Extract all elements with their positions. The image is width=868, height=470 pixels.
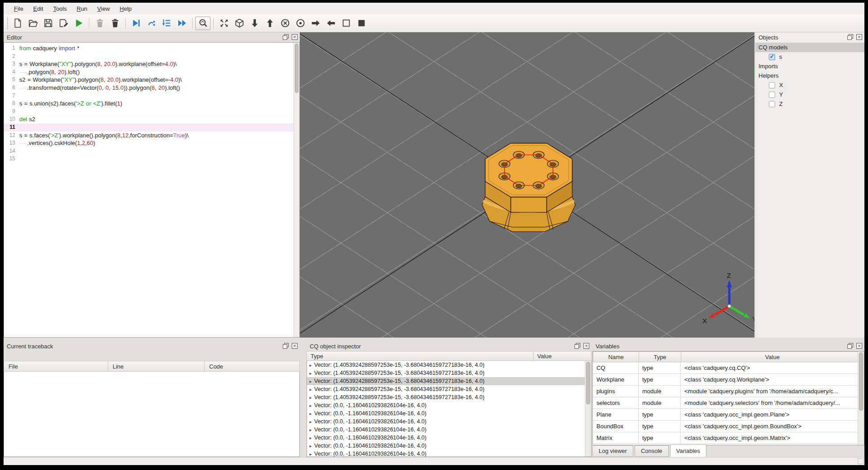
code-line[interactable]: 6 ····.transformed(rotate=Vector(0,·0,·1… <box>4 84 294 92</box>
column-header-file[interactable]: File <box>4 361 108 371</box>
bottom-view-button[interactable] <box>262 17 277 30</box>
object-tree-row[interactable]: Z <box>755 99 864 109</box>
close-panel-icon[interactable]: × <box>856 34 862 40</box>
code-line[interactable]: 12 s·=·s.faces('>Z').workplane().polygon… <box>4 132 294 140</box>
inspector-row[interactable]: ▸ Vector: (0.0, -1.1604610293826104e-16,… <box>307 417 585 426</box>
expand-arrow-icon[interactable]: ▸ <box>307 371 314 376</box>
inspector-row[interactable]: ▸ Vector: (1.4053924288597253e-15, -3.68… <box>307 361 585 369</box>
3d-viewport[interactable]: Z X Y <box>300 32 754 338</box>
new-file-button[interactable] <box>10 17 25 30</box>
menu-item[interactable]: Tools <box>48 4 71 14</box>
variable-row[interactable]: Matrix type <class 'cadquery.occ_impl.ge… <box>593 432 858 444</box>
code-line[interactable]: 8 s·=·s.union(s2).faces('>Z·or·<Z').fill… <box>4 100 294 108</box>
cad-model[interactable] <box>482 143 575 232</box>
expand-arrow-icon[interactable]: ▸ <box>307 395 314 400</box>
right-view-button[interactable] <box>308 17 323 30</box>
code-line[interactable]: 5 s2·=·Workplane("XY").polygon(8,·20.0).… <box>4 76 294 84</box>
variables-scrollbar[interactable] <box>858 351 864 445</box>
delete-button[interactable] <box>107 17 123 30</box>
step-into-button[interactable] <box>159 17 174 30</box>
inspector-row[interactable]: ▸ Vector: (0.0, -1.1604610293826104e-16,… <box>307 401 585 409</box>
code-line[interactable]: 3 s·=·Workplane("XY").polygon(8,·20.0).w… <box>4 60 294 68</box>
inspector-row[interactable]: ▸ Vector: (1.4053924288597253e-15, -3.68… <box>307 369 585 377</box>
variable-row[interactable]: Plane type <class 'cadquery.occ_impl.geo… <box>593 409 858 421</box>
column-header-type[interactable]: Type <box>307 351 534 360</box>
inspector-row[interactable]: ▸ Vector: (1.4053924288597253e-15, -3.68… <box>307 393 585 401</box>
inspector-row[interactable]: ▸ Vector: (1.4053924288597253e-15, -3.68… <box>307 377 585 385</box>
variable-row[interactable]: Workplane type <class 'cadquery.cq.Workp… <box>593 374 858 386</box>
inspector-scrollbar[interactable] <box>585 361 591 457</box>
float-panel-icon[interactable] <box>283 34 289 40</box>
visibility-checkbox[interactable] <box>769 82 775 88</box>
float-panel-icon[interactable] <box>847 343 853 349</box>
panel-tab[interactable]: Variables <box>670 444 706 457</box>
expand-arrow-icon[interactable]: ▸ <box>307 387 314 392</box>
inspector-row[interactable]: ▸ Vector: (0.0, -1.1604610293826104e-16,… <box>307 409 585 417</box>
expand-arrow-icon[interactable]: ▸ <box>307 403 314 408</box>
variable-row[interactable]: plugins module <module 'cadquery.plugins… <box>593 386 858 397</box>
menu-item[interactable]: Run <box>72 4 92 14</box>
editor-scrollbar[interactable] <box>294 43 299 337</box>
column-header-value[interactable]: Value <box>681 352 864 362</box>
iso-view-button[interactable] <box>232 17 247 30</box>
inspector-row[interactable]: ▸ Vector: (0.0, -1.1604610293826104e-16,… <box>307 434 585 442</box>
expand-arrow-icon[interactable]: ▸ <box>307 435 314 440</box>
expand-arrow-icon[interactable]: ▸ <box>307 411 314 416</box>
panel-tab[interactable]: Console <box>635 445 669 457</box>
column-header-type[interactable]: Type <box>639 352 681 362</box>
object-tree-row[interactable]: Helpers <box>755 71 864 80</box>
code-line[interactable]: 4 ····.polygon(8,·20).loft() <box>4 68 294 76</box>
column-header-code[interactable]: Code <box>205 361 299 371</box>
step-button[interactable] <box>144 17 159 30</box>
expand-arrow-icon[interactable]: ▸ <box>307 363 314 368</box>
object-tree-row[interactable]: CQ models <box>755 43 864 52</box>
panel-tab[interactable]: Log viewer <box>592 445 633 457</box>
render-button[interactable] <box>71 17 86 30</box>
object-tree-row[interactable]: X <box>755 80 864 90</box>
expand-arrow-icon[interactable]: ▸ <box>307 379 314 384</box>
object-tree-row[interactable]: Y <box>755 90 864 99</box>
variable-row[interactable]: BoundBox type <class 'cadquery.occ_impl.… <box>593 421 858 432</box>
expand-arrow-icon[interactable]: ▸ <box>307 419 314 424</box>
float-panel-icon[interactable] <box>574 343 580 349</box>
close-panel-icon[interactable]: × <box>292 343 298 349</box>
menu-item[interactable]: File <box>9 4 28 14</box>
object-tree-row[interactable]: Imports <box>755 61 864 71</box>
code-line[interactable]: 13 ····.vertices().cskHole(1,2,60) <box>4 139 294 147</box>
clear-disabled-button[interactable] <box>92 17 107 30</box>
visibility-checkbox[interactable] <box>769 54 775 60</box>
expand-arrow-icon[interactable]: ▸ <box>307 452 314 457</box>
fit-view-button[interactable] <box>216 17 232 30</box>
wireframe-button[interactable] <box>338 17 354 30</box>
variable-row[interactable]: selectors module <module 'cadquery.selec… <box>593 397 858 409</box>
code-line[interactable]: 15 <box>4 155 294 163</box>
column-header-value[interactable]: Value <box>534 351 591 360</box>
visibility-checkbox[interactable] <box>769 101 775 107</box>
inspector-row[interactable]: ▸ Vector: (0.0, -1.1604610293826104e-16,… <box>307 450 585 457</box>
save-as-button[interactable] <box>56 17 71 30</box>
inspector-row[interactable]: ▸ Vector: (0.0, -1.1604610293826104e-16,… <box>307 426 585 434</box>
code-editor[interactable]: 1 from·cadquery·import·* 2 3 s·=·Workpla… <box>4 42 300 338</box>
continue-button[interactable] <box>174 17 189 30</box>
expand-arrow-icon[interactable]: ▸ <box>307 427 314 432</box>
menu-item[interactable]: View <box>92 4 115 14</box>
back-view-button[interactable] <box>293 17 308 30</box>
visibility-checkbox[interactable] <box>769 92 775 98</box>
float-panel-icon[interactable] <box>283 343 289 349</box>
variable-row[interactable]: CQ type <class 'cadquery.cq.CQ'> <box>593 362 858 374</box>
column-header-name[interactable]: Name <box>593 352 639 362</box>
debug-button[interactable] <box>128 17 144 30</box>
resize-grip[interactable] <box>858 458 864 464</box>
inspect-button[interactable] <box>195 17 210 30</box>
front-view-button[interactable] <box>277 17 293 30</box>
code-line[interactable]: 2 <box>4 53 294 61</box>
code-line[interactable]: 11 <box>4 123 294 132</box>
code-line[interactable]: 1 from·cadquery·import·* <box>4 44 294 53</box>
shaded-button[interactable] <box>354 17 369 30</box>
top-view-button[interactable] <box>247 17 262 30</box>
code-line[interactable]: 14 <box>4 147 294 155</box>
expand-arrow-icon[interactable]: ▸ <box>307 444 314 448</box>
inspector-row[interactable]: ▸ Vector: (0.0, -1.1604610293826104e-16,… <box>307 442 585 450</box>
close-panel-icon[interactable]: × <box>856 343 862 349</box>
code-line[interactable]: 9 <box>4 108 294 116</box>
